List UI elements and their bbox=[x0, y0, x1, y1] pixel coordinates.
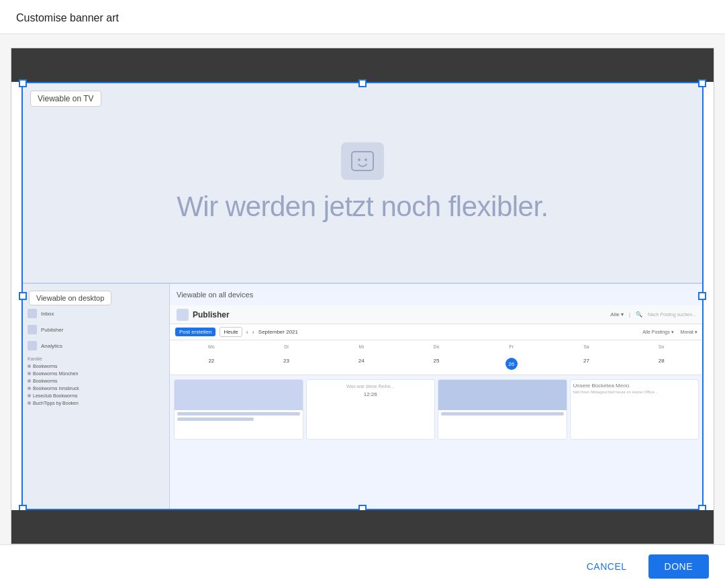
day-do: Do bbox=[399, 343, 474, 350]
publisher-icon bbox=[28, 325, 37, 334]
date-row: 22 23 24 25 26 27 28 bbox=[170, 353, 703, 375]
channel-item: Leseclub Bookworms bbox=[28, 392, 164, 399]
day-di: Di bbox=[249, 343, 324, 350]
lower-sections: Viewable on desktop Inbox Publisher bbox=[21, 283, 704, 510]
publisher-toolbar: Alle ▾ | 🔍 Nach Posting suchen... bbox=[610, 311, 696, 317]
desktop-section: Viewable on desktop Inbox Publisher bbox=[22, 284, 170, 509]
smiley-icon bbox=[341, 142, 384, 180]
all-devices-section: Viewable on all devices Publisher Alle ▾… bbox=[170, 284, 703, 509]
dialog-body: Viewable on TV Wir werden jetzt noch fle… bbox=[0, 34, 725, 544]
pub-filter: Alle ▾ bbox=[610, 311, 624, 317]
all-devices-label: Viewable on all devices bbox=[177, 291, 253, 299]
card-2-text: Was war diese Reihe... bbox=[311, 384, 431, 389]
sidebar-inbox-item: Inbox bbox=[22, 305, 169, 322]
day-mo: Mo bbox=[174, 343, 249, 350]
day-fr: Fr bbox=[474, 343, 549, 350]
date-28: 28 bbox=[624, 356, 699, 372]
svg-rect-0 bbox=[352, 152, 373, 170]
card-1-text-2 bbox=[177, 418, 254, 421]
date-27: 27 bbox=[549, 356, 624, 372]
pub-separator: | bbox=[629, 311, 630, 317]
dark-bar-top bbox=[11, 48, 714, 82]
day-mi: Mi bbox=[324, 343, 399, 350]
channel-item: Bookworms München bbox=[28, 370, 164, 377]
card-3-image bbox=[438, 380, 567, 410]
tv-headline: Wir werden jetzt noch flexibler. bbox=[177, 191, 548, 223]
publisher-header: Publisher Alle ▾ | 🔍 Nach Posting suchen… bbox=[170, 305, 703, 324]
dialog-title: Customise banner art bbox=[16, 12, 119, 23]
day-headers: Mo Di Mi Do Fr Sa So bbox=[170, 340, 703, 353]
today-indicator: 26 bbox=[505, 358, 518, 370]
sidebar-publisher-item: Publisher bbox=[22, 322, 169, 338]
card-4-title: Unsere Bücketea Menü bbox=[573, 383, 696, 389]
card-3 bbox=[438, 379, 567, 440]
cancel-button[interactable]: CANCEL bbox=[573, 554, 640, 579]
monat-filter: Monat ▾ bbox=[681, 330, 697, 335]
channel-item: Bookworms Innsbruck bbox=[28, 385, 164, 392]
dialog-footer: CANCEL DONE bbox=[0, 544, 725, 588]
card-1-text-1 bbox=[177, 412, 300, 415]
publisher-ui: Publisher Alle ▾ | 🔍 Nach Posting suchen… bbox=[170, 305, 703, 509]
date-24: 24 bbox=[324, 356, 399, 372]
channel-item: Bookworms bbox=[28, 362, 164, 370]
sidebar-analytics-item: Analytics bbox=[22, 338, 169, 354]
publisher-title: Publisher bbox=[193, 310, 610, 320]
channels-header: Kanäle bbox=[28, 354, 164, 362]
tv-section: Viewable on TV Wir werden jetzt noch fle… bbox=[21, 82, 704, 283]
card-4: Unsere Bücketea Menü hält Ihren Mittagss… bbox=[570, 379, 699, 440]
day-sa: Sa bbox=[549, 343, 624, 350]
publisher-controls: Post erstellen Heute ‹ › September 2021 … bbox=[170, 324, 703, 340]
card-4-content: Unsere Bücketea Menü hält Ihren Mittagss… bbox=[571, 380, 699, 397]
channel-item: BuchTipps by Booken bbox=[28, 399, 164, 407]
banner-canvas[interactable]: Viewable on TV Wir werden jetzt noch fle… bbox=[11, 48, 714, 544]
pub-logo-icon bbox=[177, 309, 189, 321]
next-arrow[interactable]: › bbox=[252, 329, 254, 336]
card-2: Was war diese Reihe... 12:26 bbox=[306, 379, 436, 440]
calendar-date: September 2021 bbox=[258, 329, 298, 335]
inbox-icon bbox=[28, 309, 37, 318]
card-3-text-1 bbox=[441, 412, 564, 415]
tv-label: Viewable on TV bbox=[30, 91, 101, 107]
svg-point-1 bbox=[358, 158, 360, 161]
channel-item: Bookworms bbox=[28, 377, 164, 385]
card-1-image bbox=[175, 380, 303, 410]
card-4-desc: hält Ihren Mittagsschlaf heute im Home O… bbox=[573, 390, 696, 394]
post-erstellen-button[interactable]: Post erstellen bbox=[175, 328, 215, 336]
done-button[interactable]: DONE bbox=[648, 554, 709, 579]
analytics-icon bbox=[28, 341, 37, 350]
tv-content: Wir werden jetzt noch flexibler. bbox=[22, 83, 703, 283]
desktop-label: Viewable on desktop bbox=[29, 291, 111, 305]
svg-point-2 bbox=[365, 158, 367, 161]
calendar-grid: Mo Di Mi Do Fr Sa So 22 23 bbox=[170, 340, 703, 375]
prev-arrow[interactable]: ‹ bbox=[246, 329, 248, 336]
sidebar-inbox-label: Inbox bbox=[41, 311, 54, 317]
card-2-date: 12:26 bbox=[311, 391, 431, 397]
sidebar-publisher-label: Publisher bbox=[41, 327, 63, 333]
dark-bar-bottom bbox=[11, 510, 714, 544]
cards-area: Was war diese Reihe... 12:26 Unsere bbox=[170, 377, 703, 442]
date-26-today: 26 bbox=[474, 356, 549, 372]
customise-banner-dialog: Customise banner art Viewable on TV bbox=[0, 0, 725, 588]
pub-search-icon: 🔍 bbox=[636, 311, 642, 317]
desktop-sidebar: Inbox Publisher Analytics Kanäle Boo bbox=[22, 305, 169, 509]
heute-button[interactable]: Heute bbox=[220, 327, 242, 337]
date-22: 22 bbox=[174, 356, 249, 372]
dialog-header: Customise banner art bbox=[0, 0, 725, 34]
card-1 bbox=[174, 379, 303, 440]
day-so: So bbox=[624, 343, 699, 350]
alle-postings: Alle Postings ▾ bbox=[642, 330, 673, 335]
pub-search-text: Nach Posting suchen... bbox=[648, 312, 696, 317]
sidebar-analytics-label: Analytics bbox=[41, 343, 62, 349]
date-25: 25 bbox=[399, 356, 474, 372]
date-23: 23 bbox=[249, 356, 324, 372]
card-2-content: Was war diese Reihe... 12:26 bbox=[307, 380, 435, 401]
channel-list: Kanäle Bookworms Bookworms München Bookw… bbox=[22, 354, 169, 407]
